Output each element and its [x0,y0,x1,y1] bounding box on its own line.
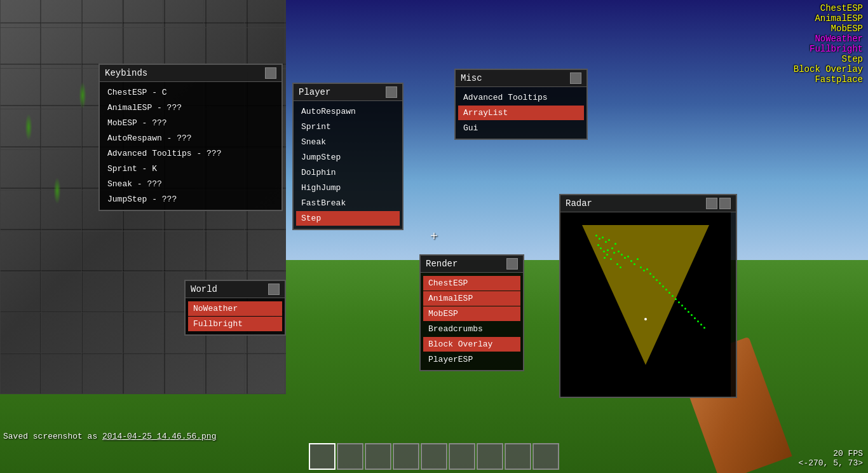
radar-dot-44 [613,252,615,254]
render-item-mobesp[interactable]: MobESP [423,306,520,321]
render-content: ChestESP AnimalESP MobESP Breadcrumbs Bl… [421,273,523,370]
render-panel: Render ChestESP AnimalESP MobESP Breadcr… [419,254,524,371]
radar-dot-26 [659,282,661,284]
misc-minimize-btn[interactable] [570,72,581,84]
render-item-blockoverlay[interactable]: Block Overlay [423,337,520,352]
hud-item-3: NoWeather [794,34,863,44]
hotbar-slot-4[interactable] [421,443,447,470]
render-item-playeresp[interactable]: PlayerESP [423,352,520,367]
keybinds-item-animalesp[interactable]: AnimalESP - ??? [102,100,279,115]
radar-dot-37 [694,317,696,319]
keybinds-item-autorespawn[interactable]: AutoRespawn - ??? [102,131,279,146]
radar-dot-41 [600,247,602,249]
radar-btn2[interactable] [719,198,731,209]
radar-dot-4 [605,241,607,243]
render-item-breadcrumbs[interactable]: Breadcrumbs [423,322,520,336]
hud-item-1: AnimalESP [794,13,863,24]
radar-dot-34 [684,308,686,310]
world-title: World [191,284,217,294]
radar-dot-43 [607,249,609,251]
radar-dot-42 [603,250,605,252]
radar-dot-15 [616,263,618,265]
hotbar-slot-3[interactable] [393,443,419,470]
radar-dot-21 [643,270,645,271]
player-item-dolphin[interactable]: Dolphin [296,165,400,180]
render-item-animalesp[interactable]: AnimalESP [423,291,520,306]
radar-dot-5 [608,239,610,241]
radar-dot-33 [681,305,683,306]
hotbar-slot-2[interactable] [365,443,391,470]
render-title: Render [426,259,458,269]
fps-value: 20 FPS [799,449,863,458]
player-item-jumpstep[interactable]: JumpStep [296,150,400,165]
crosshair: + [430,230,438,244]
player-minimize-btn[interactable] [386,86,397,98]
radar-dot-39 [700,324,702,326]
player-title: Player [299,87,330,97]
radar-dot-3 [597,244,599,246]
bottom-status: Saved screenshot as 2014-04-25_14.46.56.… [3,432,216,441]
keybinds-item-jumpstep[interactable]: JumpStep - ??? [102,192,279,207]
keybinds-item-tooltips[interactable]: Advanced Tooltips - ??? [102,146,279,161]
player-item-sprint[interactable]: Sprint [296,120,400,134]
hud-item-2: MobESP [794,24,863,34]
player-item-sneak[interactable]: Sneak [296,135,400,149]
render-item-chestsep[interactable]: ChestESP [423,276,520,291]
hud-item-6: Block Overlay [794,64,863,74]
misc-item-gui[interactable]: Gui [458,121,584,135]
radar-header: Radar [560,195,736,212]
keybinds-item-chestsep[interactable]: ChestESP - C [102,85,279,100]
radar-dot-0 [595,235,597,236]
hotbar-slot-7[interactable] [505,443,531,470]
radar-dot-30 [672,295,674,297]
keybinds-item-sprint[interactable]: Sprint - K [102,161,279,176]
radar-dot-7 [614,243,616,245]
hud-item-4: Fullbright [794,44,863,54]
hotbar-slot-0[interactable] [309,443,336,470]
player-item-highjump[interactable]: HighJump [296,181,400,195]
hotbar-slot-8[interactable] [532,443,559,470]
world-item-noweather[interactable]: NoWeather [188,301,282,316]
render-header: Render [421,256,523,273]
radar-dot-32 [678,301,680,303]
radar-dot-40 [703,327,705,329]
hotbar-slot-1[interactable] [337,443,363,470]
radar-dot-38 [697,320,699,322]
hud-topright: ChestESPAnimalESPMobESPNoWeatherFullbrig… [794,3,863,85]
hud-item-7: Fastplace [794,74,863,85]
hud-item-0: ChestESP [794,3,863,13]
player-item-fastbreak[interactable]: FastBreak [296,196,400,210]
misc-content: Advanced Tooltips ArrayList Gui [456,87,587,139]
keybinds-minimize-btn[interactable] [265,67,276,79]
player-content: AutoRespawn Sprint Sneak JumpStep Dolphi… [294,101,402,229]
keybinds-item-mobesp[interactable]: MobESP - ??? [102,116,279,130]
world-panel: World NoWeather Fullbright [184,280,286,336]
misc-panel: Misc Advanced Tooltips ArrayList Gui [454,69,588,140]
radar-dot-25 [656,279,658,281]
radar-dot-16 [620,266,621,268]
misc-header: Misc [456,70,587,87]
keybinds-content: ChestESP - C AnimalESP - ??? MobESP - ??… [100,82,281,210]
world-header: World [186,281,285,298]
radar-dot-28 [665,289,667,291]
player-item-step[interactable]: Step [296,211,400,226]
render-minimize-btn[interactable] [506,258,518,270]
screenshot-text: Saved screenshot as [3,432,97,441]
player-item-autorespawn[interactable]: AutoRespawn [296,104,400,119]
player-header: Player [294,84,402,101]
radar-dot-6 [611,247,613,249]
hotbar-slot-6[interactable] [477,443,503,470]
world-item-fullbright[interactable]: Fullbright [188,317,282,331]
radar-dot-17 [630,260,632,262]
radar-dot-2 [602,236,604,238]
fps-counter: 20 FPS <-270, 5, 73> [799,449,863,468]
hotbar-slot-5[interactable] [449,443,475,470]
coords-value: <-270, 5, 73> [799,458,863,468]
radar-btn1[interactable] [706,198,717,209]
world-minimize-btn[interactable] [268,284,280,295]
radar-dot-36 [691,314,693,316]
keybinds-panel: Keybinds ChestESP - C AnimalESP - ??? Mo… [98,64,283,211]
misc-item-arraylist[interactable]: ArrayList [458,106,584,120]
keybinds-item-sneak[interactable]: Sneak - ??? [102,177,279,191]
misc-item-tooltips[interactable]: Advanced Tooltips [458,90,584,105]
